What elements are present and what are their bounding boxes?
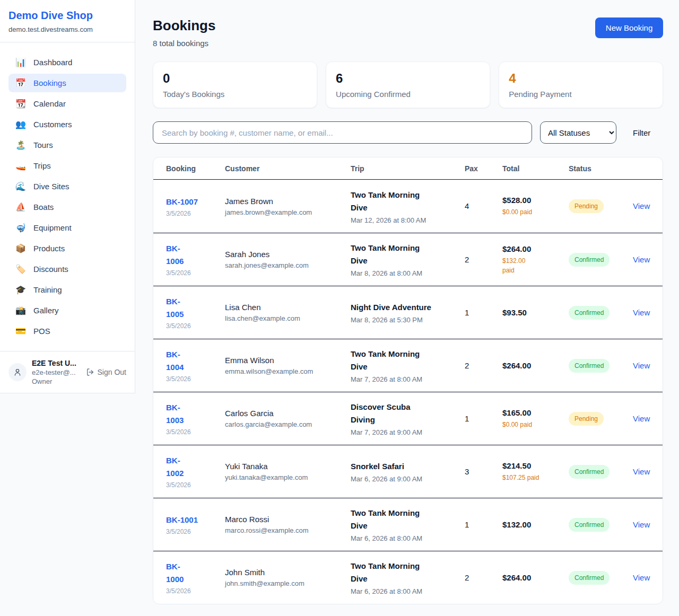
customer-cell: John Smith john.smith@example.com [225, 568, 351, 587]
booking-number-link[interactable]: BK- 1000 [166, 560, 225, 586]
search-input[interactable] [153, 121, 532, 144]
sidebar-item-calendar[interactable]: 📆 Calendar [8, 94, 126, 113]
customer-name: John Smith [225, 568, 344, 577]
column-header-customer: Customer [225, 164, 351, 173]
column-header-total: Total [502, 164, 569, 173]
trip-cell: Night Dive Adventure Mar 8, 2026 at 5:30… [351, 301, 465, 324]
pax-cell: 2 [465, 361, 502, 371]
sidebar-item-customers[interactable]: 👥 Customers [8, 115, 126, 134]
view-link[interactable]: View [633, 361, 650, 370]
pax-value: 4 [465, 201, 469, 210]
paid-amount: $0.00 paid [502, 207, 569, 217]
status-badge: Confirmed [569, 465, 610, 479]
actions-cell: View [633, 308, 650, 318]
stat-label: Upcoming Confirmed [336, 90, 480, 99]
filter-button[interactable]: Filter [633, 128, 650, 137]
pax-cell: 3 [465, 467, 502, 477]
trip-cell: Two Tank Morning Dive Mar 7, 2026 at 8:0… [351, 348, 465, 383]
sign-out-button[interactable]: Sign Out [86, 368, 126, 376]
actions-cell: View [633, 255, 650, 265]
view-link[interactable]: View [633, 308, 650, 317]
view-link[interactable]: View [633, 573, 650, 582]
booking-date: 3/5/2026 [166, 528, 225, 535]
trip-datetime: Mar 8, 2026 at 5:30 PM [351, 316, 458, 324]
sidebar-item-trips[interactable]: 🚤 Trips [8, 156, 126, 175]
sidebar-item-label: Tours [33, 140, 53, 149]
sidebar-item-tours[interactable]: 🏝️ Tours [8, 136, 126, 154]
sidebar-item-gallery[interactable]: 📸 Gallery [8, 301, 126, 320]
pax-cell: 4 [465, 201, 502, 211]
trip-title: Two Tank Morning Dive [351, 560, 458, 585]
shop-domain: demo.test.divestreams.com [8, 25, 126, 33]
sidebar-item-label: Dive Sites [33, 182, 69, 191]
booking-date: 3/5/2026 [166, 322, 225, 330]
sidebar-item-discounts[interactable]: 🏷️ Discounts [8, 260, 126, 278]
booking-number-link[interactable]: BK- 1006 [166, 242, 225, 268]
sidebar-item-dashboard[interactable]: 📊 Dashboard [8, 53, 126, 72]
page-title-block: Bookings 8 total bookings [153, 17, 215, 48]
booking-date: 3/5/2026 [166, 269, 225, 277]
table-row: BK- 1002 3/5/2026 Yuki Tanaka yuki.tanak… [153, 445, 663, 498]
column-header-status: Status [569, 164, 633, 173]
status-badge: Confirmed [569, 306, 610, 320]
sidebar-item-products[interactable]: 📦 Products [8, 239, 126, 258]
booking-number-link[interactable]: BK- 1002 [166, 454, 225, 480]
status-select[interactable]: All Statuses [540, 121, 616, 144]
status-badge: Confirmed [569, 571, 610, 585]
booking-cell: BK-1007 3/5/2026 [166, 196, 225, 217]
customer-name: Emma Wilson [225, 356, 344, 365]
trip-cell: Two Tank Morning Dive Mar 6, 2026 at 8:0… [351, 560, 465, 595]
sidebar-item-bookings[interactable]: 📅 Bookings [8, 74, 126, 92]
booking-number-link[interactable]: BK-1007 [166, 196, 225, 208]
booking-number-link[interactable]: BK- 1005 [166, 295, 225, 321]
trip-title: Two Tank Morning Dive [351, 348, 458, 373]
trip-datetime: Mar 6, 2026 at 8:00 AM [351, 587, 458, 595]
trip-cell: Two Tank Morning Dive Mar 8, 2026 at 8:0… [351, 242, 465, 277]
sidebar-item-dive-sites[interactable]: 🌊 Dive Sites [8, 177, 126, 196]
table-row: BK-1001 3/5/2026 Marco Rossi marco.rossi… [153, 498, 663, 551]
booking-cell: BK-1001 3/5/2026 [166, 514, 225, 535]
sidebar-item-training[interactable]: 🎓 Training [8, 280, 126, 299]
sidebar-item-label: Boats [33, 203, 54, 212]
bar-chart-icon: 📊 [15, 58, 27, 67]
user-name: E2E Test U... [32, 359, 76, 367]
pax-cell: 2 [465, 573, 502, 583]
stats-row: 0 Today's Bookings 6 Upcoming Confirmed … [153, 61, 663, 108]
customer-cell: Emma Wilson emma.wilson@example.com [225, 356, 351, 375]
pax-cell: 1 [465, 414, 502, 424]
total-cell: $528.00 $0.00 paid [502, 196, 569, 217]
trip-datetime: Mar 7, 2026 at 8:00 AM [351, 375, 458, 383]
sailboat-icon: ⛵ [15, 203, 27, 212]
view-link[interactable]: View [633, 201, 650, 210]
actions-cell: View [633, 201, 650, 211]
stat-card: 6 Upcoming Confirmed [326, 61, 490, 108]
table-row: BK-1007 3/5/2026 James Brown james.brown… [153, 180, 663, 233]
sign-out-label: Sign Out [98, 368, 126, 376]
trip-title: Night Dive Adventure [351, 301, 458, 314]
view-link[interactable]: View [633, 520, 650, 529]
booking-number-link[interactable]: BK-1001 [166, 514, 225, 526]
table-row: BK- 1003 3/5/2026 Carlos Garcia carlos.g… [153, 392, 663, 445]
view-link[interactable]: View [633, 414, 650, 423]
sidebar-item-boats[interactable]: ⛵ Boats [8, 198, 126, 216]
total-amount: $93.50 [502, 308, 569, 317]
total-bookings-count: 8 total bookings [153, 39, 215, 48]
booking-date: 3/5/2026 [166, 587, 225, 595]
booking-number-link[interactable]: BK- 1004 [166, 348, 225, 374]
sidebar-item-equipment[interactable]: 🤿 Equipment [8, 218, 126, 237]
stat-value: 6 [336, 71, 480, 86]
trip-cell: Two Tank Morning Dive Mar 6, 2026 at 8:0… [351, 507, 465, 542]
trip-cell: Discover Scuba Diving Mar 7, 2026 at 9:0… [351, 401, 465, 436]
booking-cell: BK- 1005 3/5/2026 [166, 295, 225, 330]
actions-cell: View [633, 414, 650, 424]
new-booking-button[interactable]: New Booking [595, 17, 663, 38]
sidebar-item-pos[interactable]: 💳 POS [8, 322, 126, 340]
total-cell: $165.00 $0.00 paid [502, 408, 569, 429]
booking-number-link[interactable]: BK- 1003 [166, 401, 225, 427]
view-link[interactable]: View [633, 467, 650, 476]
paid-amount: $0.00 paid [502, 420, 569, 429]
trip-cell: Two Tank Morning Dive Mar 12, 2026 at 8:… [351, 189, 465, 224]
total-amount: $528.00 [502, 196, 569, 205]
stat-card: 0 Today's Bookings [153, 61, 317, 108]
view-link[interactable]: View [633, 255, 650, 264]
